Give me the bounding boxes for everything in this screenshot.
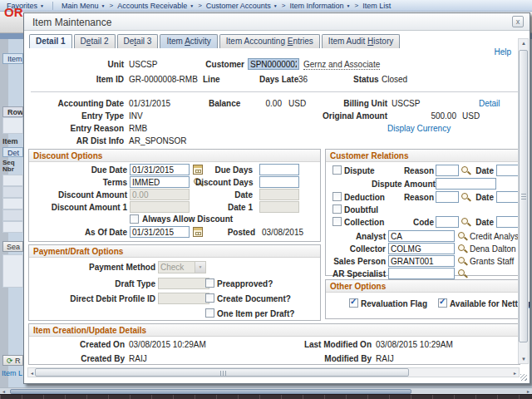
collector-input[interactable] [388,243,455,254]
collection-code-lookup-icon[interactable] [461,217,470,227]
background-refresh-button[interactable]: ⟳ R [2,355,23,366]
always-allow-discount-checkbox[interactable] [130,214,139,224]
background-panel [2,117,23,134]
revaluation-flag-checkbox[interactable]: ✓ [349,298,358,308]
background-detail-tab-label: Det [7,149,19,157]
background-detail-tab[interactable]: Det [2,147,23,157]
as-of-date-input[interactable] [130,226,190,238]
background-table-row [2,198,23,209]
one-item-per-draft-checkbox[interactable] [205,308,214,318]
doubtful-checkbox[interactable] [332,204,342,214]
dispute-reason-input[interactable] [436,165,459,176]
line-label: Line [203,75,220,84]
deduction-reason-input[interactable] [436,191,459,203]
draft-type-label: Draft Type [64,279,155,288]
tab-item-accounting-entries[interactable]: Item Accounting Entries [219,34,320,48]
as-of-date-label: As Of Date [54,228,127,237]
breadcrumb-accounts-receivable[interactable]: Accounts Receivable ▼ [117,2,194,10]
tab-label: Detail 1 [36,37,66,46]
collection-code-input[interactable] [436,216,459,228]
terms-input[interactable] [130,176,190,188]
balance-value: 0.00 [249,99,282,108]
sales-person-lookup-icon[interactable] [457,256,467,266]
created-on-value: 03/08/2015 10:29AM [129,340,206,349]
collection-date-input[interactable] [496,216,520,228]
breadcrumb-item-information[interactable]: Item Information ▼ [289,2,350,10]
scroll-left-icon[interactable]: ◄ [30,371,34,376]
created-on-label: Created On [58,340,125,349]
status-label: Status [353,75,379,84]
scroll-up-icon[interactable]: ▲ [521,41,526,46]
background-item-tab[interactable]: Item [2,53,23,64]
tab-detail-2[interactable]: Detail 2 [74,34,116,48]
modal-hscroll-thumb[interactable] [35,368,409,377]
tab-label: Item Accounting [226,37,288,46]
background-dark-strip [0,394,532,399]
help-link[interactable]: Help [494,47,511,57]
dispute-reason-lookup-icon[interactable] [461,165,470,175]
analyst-input[interactable] [388,230,455,242]
ar-specialist-input[interactable] [388,268,455,279]
analyst-lookup-icon[interactable] [457,231,467,241]
deduction-date-input[interactable] [496,191,520,203]
tab-detail-3[interactable]: Detail 3 [117,34,159,48]
background-item-list-link[interactable]: Item L [2,369,23,377]
tab-item-audit-history[interactable]: Item Audit History [322,34,400,48]
discount-amount-input [130,189,190,200]
deduction-reason-lookup-icon[interactable] [461,192,470,202]
breadcrumb-separator: > [354,2,358,9]
modal-vscroll-thumb[interactable] [519,50,528,342]
sales-person-input[interactable] [388,255,455,267]
dispute-date-input[interactable] [496,165,520,176]
ar-specialist-lookup-icon[interactable] [457,268,467,278]
customer-input[interactable] [248,58,299,70]
status-value: Closed [382,75,407,84]
dispute-checkbox[interactable] [332,165,342,175]
item-creation-details-header: Item Creation/Update Details [29,324,520,337]
breadcrumb-main-menu[interactable]: Main Menu ▼ [62,2,105,10]
breadcrumb-customer-accounts[interactable]: Customer Accounts ▼ [206,2,278,10]
calendar-icon[interactable] [193,227,203,237]
background-search-button[interactable]: Sea [2,241,23,252]
sales-person-label: Sales Person [332,257,386,266]
dispute-amount-input[interactable] [436,178,496,190]
divider [31,91,520,92]
due-date-input[interactable] [130,164,190,175]
balance-currency: USD [288,99,306,108]
accounting-date-value: 01/31/2015 [129,99,170,108]
customer-relations-header: Customer Relations [326,150,520,162]
breadcrumb-label: Customer Accounts [206,2,271,10]
refresh-icon: ⟳ [7,357,13,365]
background-item-list-label: Item L [2,369,22,377]
create-document-checkbox[interactable] [205,293,214,303]
modal-vertical-scrollbar[interactable]: ▲ ▼ [518,38,529,364]
scroll-right-icon[interactable]: ► [513,371,517,376]
customer-name-link[interactable]: Gernz and Associate [303,60,380,70]
direct-debit-profile-label: Direct Debit Profile ID [56,294,155,303]
entry-type-label: Entry Type [41,111,124,121]
collector-lookup-icon[interactable] [457,244,467,254]
tab-detail-1[interactable]: Detail 1 [29,34,72,48]
close-button[interactable]: x [512,16,524,27]
tab-item-activity[interactable]: Item Activity [160,34,217,48]
page-horizontal-scrollbar[interactable]: ◄ ► [0,387,532,394]
deduction-label: Deduction [344,193,385,202]
draft-type-input [158,278,209,289]
breadcrumb-item-list[interactable]: Item List [362,2,391,10]
preapproved-checkbox[interactable] [205,278,214,288]
breadcrumb-label: Main Menu [62,2,99,10]
detail-link[interactable]: Detail [479,99,500,108]
scroll-down-icon[interactable]: ▼ [521,357,526,362]
one-item-per-draft-label: One Item per Draft? [217,309,294,318]
deduction-checkbox[interactable] [332,192,342,201]
oracle-logo: OR [4,5,23,19]
discount-options-header: Discount Options [29,150,320,162]
discount-days-input[interactable] [259,176,299,188]
resize-grip[interactable] [520,374,527,381]
collection-checkbox[interactable] [332,217,342,226]
modal-horizontal-scrollbar[interactable]: ◄ ► [27,367,520,377]
due-days-input[interactable] [259,164,299,175]
available-for-netting-checkbox[interactable]: ✓ [438,298,447,308]
due-days-label: Due Days [195,165,253,175]
display-currency-link[interactable]: Display Currency [387,124,451,133]
